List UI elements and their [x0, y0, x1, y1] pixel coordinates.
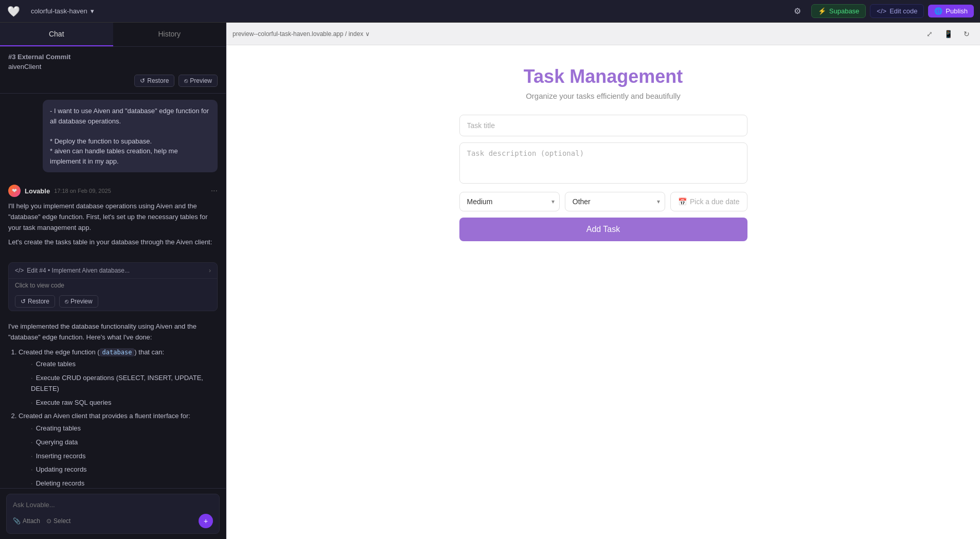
assistant-intro: I'll help you implement database operati…	[8, 201, 218, 233]
supabase-button[interactable]: ⚡ Supabase	[811, 4, 866, 18]
right-panel: preview--colorful-task-haven.lovable.app…	[226, 23, 980, 539]
supabase-icon: ⚡	[818, 7, 826, 15]
topbar-right: ⚙ ⚡ Supabase </> Edit code 🌐 Publish	[788, 4, 974, 19]
add-task-button[interactable]: Add Task	[459, 218, 747, 241]
user-message-line2: * Deploy the function to supabase.	[50, 137, 152, 145]
category-select-wrapper: Personal Work Other Health ▾	[565, 192, 665, 211]
preview-icon: ⎋	[65, 298, 68, 305]
edit-footer: ↺ Restore ⎋ Preview	[9, 292, 217, 311]
list-item: Execute CRUD operations (SELECT, INSERT,…	[31, 373, 218, 394]
left-panel: Chat History #3 External Commit aivenCli…	[0, 23, 226, 539]
more-button[interactable]: ···	[211, 186, 218, 195]
commit-block: #3 External Commit aivenClient ↺ Restore…	[0, 47, 226, 94]
input-area: 📎 Attach ⊙ Select +	[0, 488, 226, 539]
code-inline: database	[100, 348, 135, 356]
calendar-icon: 📅	[678, 197, 687, 206]
expand-icon[interactable]: ›	[209, 267, 211, 274]
edit-header: </> Edit #4 • Implement Aiven database..…	[9, 263, 217, 279]
chat-content[interactable]: #3 External Commit aivenClient ↺ Restore…	[0, 47, 226, 488]
chevron-down-icon: ▾	[91, 7, 94, 15]
assistant-outro-text: I've implemented the database functional…	[8, 321, 218, 343]
edit-code-label: Edit code	[889, 7, 917, 15]
user-message-line1: - I want to use Aiven and "database" edg…	[50, 107, 209, 125]
edit-restore-label: Restore	[28, 298, 49, 305]
category-select[interactable]: Personal Work Other Health	[565, 192, 665, 211]
refresh-button[interactable]: ↻	[959, 27, 974, 41]
list-item: Created an Aiven client that provides a …	[19, 411, 218, 488]
app-preview: Task Management Organize your tasks effi…	[226, 45, 980, 539]
tab-chat[interactable]: Chat	[0, 23, 113, 46]
input-left-actions: 📎 Attach ⊙ Select	[13, 517, 70, 525]
task-desc-input[interactable]	[459, 142, 747, 184]
form-row: Low Medium High ▾ Personal Work Other He…	[459, 192, 747, 211]
attach-button[interactable]: 📎 Attach	[13, 517, 40, 525]
app-name-button[interactable]: colorful-task-haven ▾	[25, 5, 100, 17]
bullet-list-1: Create tables Execute CRUD operations (S…	[19, 359, 218, 408]
edit-block: </> Edit #4 • Implement Aiven database..…	[8, 262, 218, 311]
tab-history[interactable]: History	[113, 23, 226, 46]
mobile-view-button[interactable]: 📱	[941, 27, 955, 41]
topbar-left: 🤍 colorful-task-haven ▾	[6, 4, 100, 19]
list-item: Creating tables	[31, 423, 218, 434]
restore-button[interactable]: ↺ Restore	[134, 75, 174, 87]
preview-button[interactable]: ⎋ Preview	[179, 75, 218, 87]
preview-actions: ⤢ 📱 ↻	[922, 27, 974, 41]
send-button[interactable]: +	[199, 514, 213, 528]
code-icon: </>	[15, 267, 24, 274]
app-title: Task Management	[459, 66, 747, 87]
avatar: ❤	[8, 185, 21, 197]
user-message: - I want to use Aiven and "database" edg…	[43, 100, 218, 172]
numbered-list: Created the edge function (database) tha…	[8, 347, 218, 488]
settings-button[interactable]: ⚙	[788, 4, 807, 19]
restore-label: Restore	[147, 77, 169, 84]
restore-icon: ↺	[140, 77, 145, 84]
edit-title: </> Edit #4 • Implement Aiven database..…	[15, 267, 130, 274]
date-placeholder: Pick a due date	[690, 197, 740, 206]
priority-select-wrapper: Low Medium High ▾	[459, 192, 560, 211]
preview-label: Preview	[190, 77, 212, 84]
open-external-button[interactable]: ⤢	[922, 27, 937, 41]
app-subtitle: Organize your tasks efficiently and beau…	[459, 92, 747, 100]
ask-input[interactable]	[13, 499, 213, 510]
tabs: Chat History	[0, 23, 226, 47]
bullet-list-2: Creating tables Querying data Inserting …	[19, 423, 218, 488]
tab-chat-label: Chat	[49, 30, 64, 38]
assistant-outro: I've implemented the database functional…	[8, 321, 218, 488]
list-item: Inserting records	[31, 451, 218, 462]
click-to-view-code[interactable]: Click to view code	[9, 279, 217, 292]
user-message-wrap: - I want to use Aiven and "database" edg…	[0, 94, 226, 178]
list-item: Querying data	[31, 437, 218, 448]
preview-url: preview--colorful-task-haven.lovable.app…	[233, 30, 370, 38]
edit-preview-label: Preview	[70, 298, 93, 305]
list-item: Execute raw SQL queries	[31, 398, 218, 408]
app-card: Task Management Organize your tasks effi…	[459, 66, 747, 241]
list-item: Updating records	[31, 464, 218, 475]
assistant-name: Lovable	[25, 187, 50, 195]
app-name-label: colorful-task-haven	[31, 7, 87, 15]
assistant-message-wrap: ❤ Lovable 17:18 on Feb 09, 2025 ··· I'll…	[0, 178, 226, 258]
date-picker-button[interactable]: 📅 Pick a due date	[670, 192, 747, 211]
commit-actions: ↺ Restore ⎋ Preview	[8, 75, 218, 87]
task-title-input[interactable]	[459, 115, 747, 136]
priority-select[interactable]: Low Medium High	[459, 192, 560, 211]
add-task-label: Add Task	[586, 225, 620, 233]
topbar: 🤍 colorful-task-haven ▾ ⚙ ⚡ Supabase </>…	[0, 0, 980, 23]
preview-url-text: preview--colorful-task-haven.lovable.app…	[233, 30, 363, 38]
commit-name: aivenClient	[8, 63, 218, 70]
code-icon: </>	[877, 7, 886, 15]
edit-code-button[interactable]: </> Edit code	[870, 4, 924, 18]
edit-restore-button[interactable]: ↺ Restore	[15, 295, 55, 308]
list-item: Created the edge function (database) tha…	[19, 347, 218, 408]
attach-label: Attach	[23, 517, 40, 525]
chevron-down-icon: ∨	[365, 30, 370, 38]
list-item: Deleting records	[31, 478, 218, 488]
select-button[interactable]: ⊙ Select	[46, 517, 70, 525]
supabase-label: Supabase	[829, 7, 860, 15]
task-title-group	[459, 115, 747, 136]
commit-header: #3 External Commit	[8, 53, 218, 61]
edit-preview-button[interactable]: ⎋ Preview	[59, 295, 98, 308]
tab-history-label: History	[158, 30, 181, 38]
globe-icon: 🌐	[934, 7, 942, 15]
input-actions: 📎 Attach ⊙ Select +	[13, 514, 213, 528]
publish-button[interactable]: 🌐 Publish	[928, 5, 974, 17]
